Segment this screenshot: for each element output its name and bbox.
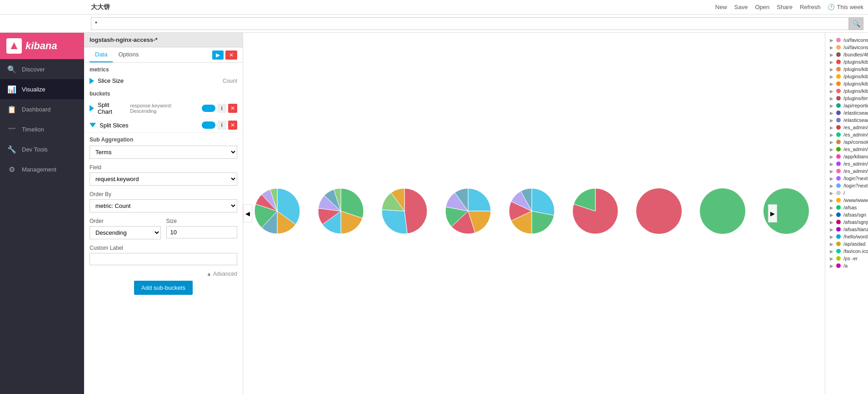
share-button[interactable]: Share: [777, 4, 793, 10]
time-range-button[interactable]: 🕐 This week: [828, 4, 863, 10]
sidebar-item-devtools-label: Dev Tools: [22, 146, 48, 153]
legend-chevron-icon: ▶: [830, 176, 833, 181]
nav-left-arrow[interactable]: ◀: [243, 204, 252, 222]
split-chart-info-button[interactable]: i: [217, 104, 226, 113]
legend-item[interactable]: ▶ /afsas/tianzong: [827, 226, 868, 233]
legend-item[interactable]: ▶ /es_admin/.kibana...: [827, 160, 868, 167]
legend-item[interactable]: ▶ /es_admin/.kibana...: [827, 167, 868, 175]
legend-color-dot: [836, 74, 841, 79]
search-submit-button[interactable]: 🔍: [849, 17, 863, 30]
close-button[interactable]: ✕: [225, 51, 237, 60]
order-by-select[interactable]: metric: Count: [90, 199, 237, 212]
custom-label-input[interactable]: [90, 253, 237, 265]
tab-data[interactable]: Data: [90, 47, 113, 62]
legend-item[interactable]: ▶ /api/console/api_s...: [827, 138, 868, 146]
legend-color-dot: [836, 111, 841, 115]
new-button[interactable]: New: [715, 4, 727, 10]
legend-item[interactable]: ▶ /ap/asdad: [827, 240, 868, 248]
sidebar-item-management[interactable]: ⚙ Management: [0, 159, 84, 179]
legend-item[interactable]: ▶ /favicon.ico: [827, 248, 868, 255]
legend-item-label: /afsas: [843, 205, 857, 210]
legend-item[interactable]: ▶ /plugins/timelion/i...: [827, 95, 868, 102]
tab-options[interactable]: Options: [113, 47, 144, 62]
legend-item-label: /www/wwwsss: [843, 197, 868, 203]
slice-size-metric: Count: [223, 78, 237, 84]
pie-chart-pie2[interactable]: [316, 186, 370, 241]
index-pattern[interactable]: logstash-nginx-access-*: [84, 33, 243, 47]
aggregation-type-select[interactable]: Terms: [90, 146, 237, 159]
sidebar-item-devtools[interactable]: 🔧 Dev Tools: [0, 139, 84, 159]
advanced-link[interactable]: ▲ Advanced: [90, 271, 237, 277]
sidebar-item-discover-label: Discover: [22, 66, 45, 73]
legend-item-label: /ap/asdad: [843, 241, 865, 247]
legend-item[interactable]: ▶ /afsas/sgnjskahfks...: [827, 218, 868, 226]
add-sub-buckets-button[interactable]: Add sub-buckets: [134, 281, 193, 295]
legend-item[interactable]: ▶ /ui/favicons/favico...: [827, 44, 868, 51]
play-button[interactable]: ▶: [212, 51, 224, 60]
legend-item[interactable]: ▶ /es_admin/.kibana...: [827, 146, 868, 153]
legend-item[interactable]: ▶ /app/kibana: [827, 153, 868, 160]
pie-chart-pie4[interactable]: [443, 186, 498, 241]
split-chart-toggle[interactable]: [202, 105, 215, 112]
legend-item-label: /es_admin/.kibana...: [843, 125, 868, 130]
pie-chart-pie1[interactable]: [252, 186, 307, 241]
legend-item[interactable]: ▶ /api/reporting/job...: [827, 102, 868, 109]
legend-item[interactable]: ▶ /plugins/kibana/as...: [827, 73, 868, 80]
legend-item[interactable]: ▶ /plugins/kibana/as...: [827, 58, 868, 66]
legend-item[interactable]: ▶ /plugins/kibana/as...: [827, 87, 868, 95]
legend-item[interactable]: ▶ /a: [827, 262, 868, 269]
open-button[interactable]: Open: [755, 4, 769, 10]
legend-item[interactable]: ▶ /ui/favicons/favico...: [827, 36, 868, 44]
sidebar-item-visualize[interactable]: 📊 Visualize: [0, 79, 84, 99]
sidebar-item-timelion[interactable]: 〰 Timelion: [0, 119, 84, 139]
legend-item[interactable]: ▶ /es_admin/.kibana...: [827, 124, 868, 131]
save-button[interactable]: Save: [734, 4, 748, 10]
split-slices-delete-button[interactable]: ✕: [228, 121, 237, 130]
legend-item-label: /plugins/kibana/as...: [843, 59, 868, 65]
metrics-section-title: metrics: [84, 63, 243, 75]
legend-item[interactable]: ▶ /ps -er: [827, 255, 868, 262]
split-slices-toggle[interactable]: [202, 121, 215, 129]
split-slices-arrow-icon: [90, 123, 96, 127]
legend-item[interactable]: ▶ /elasticsearch/logs...: [827, 109, 868, 116]
legend-item[interactable]: ▶ /hello/word: [827, 233, 868, 240]
legend-item[interactable]: ▶ /login?next=/app/...: [827, 182, 868, 189]
legend-chevron-icon: ▶: [830, 220, 833, 225]
legend-item[interactable]: ▶ /bundles/4b5a84a...: [827, 51, 868, 58]
pie-chart-pie5[interactable]: [507, 186, 561, 241]
legend-item-label: /afsas/tianzong: [843, 227, 868, 232]
legend-item[interactable]: ▶ /www/wwwsss: [827, 197, 868, 204]
svg-point-1: [700, 188, 745, 234]
pie-chart-pie3[interactable]: [379, 186, 434, 241]
order-select[interactable]: Descending: [90, 226, 161, 239]
legend-item[interactable]: ▶ /plugins/kibana/as...: [827, 80, 868, 87]
pie-chart-pie7[interactable]: [634, 186, 688, 241]
legend-item[interactable]: ▶ /login?next=/app/...: [827, 175, 868, 182]
search-input[interactable]: [91, 17, 849, 30]
size-input[interactable]: [166, 226, 238, 238]
devtools-icon: 🔧: [7, 145, 16, 154]
legend-chevron-icon: ▶: [830, 162, 833, 167]
sidebar-item-dashboard[interactable]: 📋 Dashboard: [0, 99, 84, 119]
split-chart-arrow-icon: [90, 105, 94, 111]
sidebar-item-timelion-label: Timelion: [22, 126, 44, 133]
legend-color-dot: [836, 169, 841, 173]
legend-item[interactable]: ▶ /plugins/kibana/as...: [827, 66, 868, 73]
legend-item[interactable]: ▶ /es_admin/_mget: [827, 131, 868, 138]
nav-right-arrow[interactable]: ▶: [768, 204, 777, 222]
legend-item-label: /app/kibana: [843, 154, 868, 159]
search-bar: 🔍: [0, 15, 868, 33]
refresh-button[interactable]: Refresh: [800, 4, 821, 10]
split-slices-info-button[interactable]: i: [217, 121, 226, 130]
legend-item[interactable]: ▶ /elasticsearch/_ms...: [827, 116, 868, 124]
legend-item-label: /plugins/kibana/as...: [843, 81, 868, 86]
field-select[interactable]: request.keyword: [90, 172, 237, 186]
sidebar-item-discover[interactable]: 🔍 Discover: [0, 59, 84, 79]
legend-chevron-icon: ▶: [830, 183, 833, 188]
legend-item[interactable]: ▶ /: [827, 189, 868, 197]
split-chart-delete-button[interactable]: ✕: [228, 104, 237, 113]
legend-item[interactable]: ▶ /afsas: [827, 204, 868, 211]
pie-chart-pie6[interactable]: [570, 186, 625, 241]
legend-item[interactable]: ▶ /afsas/sgn: [827, 211, 868, 218]
pie-chart-pie8[interactable]: [698, 186, 752, 241]
